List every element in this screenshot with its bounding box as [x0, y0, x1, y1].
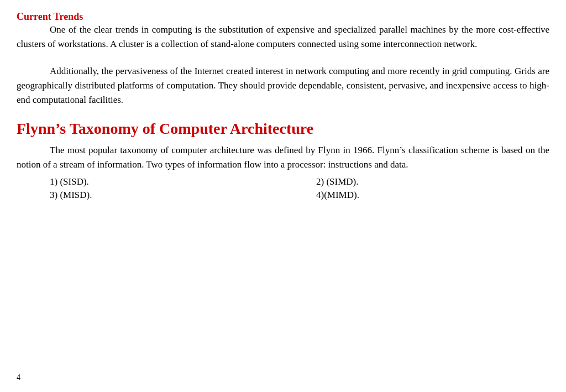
list-item-3: 3) (MISD).	[17, 190, 283, 201]
paragraph-3: The most popular taxonomy of computer ar…	[17, 143, 549, 173]
paragraph-2: Additionally, the pervasiveness of the I…	[17, 64, 549, 108]
list-item-1: 1) (SISD).	[17, 176, 283, 187]
list-item-4: 4)(MIMD).	[283, 190, 549, 201]
list-item-2: 2) (SIMD).	[283, 176, 549, 187]
paragraph-1: One of the clear trends in computing is …	[17, 23, 549, 52]
list-row-2: 3) (MISD). 4)(MIMD).	[17, 190, 549, 201]
taxonomy-list: 1) (SISD). 2) (SIMD). 3) (MISD). 4)(MIMD…	[17, 176, 549, 201]
section-heading-large-container: Flynn’s Taxonomy of Computer Architectur…	[17, 120, 549, 138]
page-number: 4	[17, 373, 20, 382]
list-row-1: 1) (SISD). 2) (SIMD).	[17, 176, 549, 187]
section-heading-large: Flynn’s Taxonomy of Computer Architectur…	[17, 120, 549, 138]
section-heading-small: Current Trends	[17, 11, 549, 23]
